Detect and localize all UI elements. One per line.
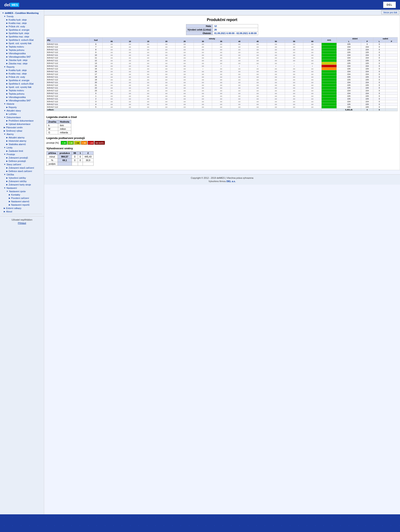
min-data-cell: žžž (267, 68, 285, 70)
sidebar-item-vibrodiag[interactable]: ▶ Vibrodiagnostika (0, 52, 44, 55)
hod-cell: 11 (89, 57, 103, 59)
arrow-akt-stavy: ▼ (4, 110, 6, 112)
print-button[interactable]: Verze pro tisk (381, 11, 399, 14)
bad-l-cell: 0 (373, 46, 386, 48)
sidebar-item-spoteba-hydr[interactable]: ▶ Spotřeba hydr. oleje (0, 32, 44, 35)
min-data-cell: žžž (285, 100, 303, 103)
sidebar-item-limity[interactable]: ▼ Limity (0, 146, 44, 149)
login-link[interactable]: Přihlásit (18, 222, 26, 224)
min-data-cell: žžž (303, 100, 322, 103)
sidebar-item-rep-spoteba-el[interactable]: ▶ Spotřeba el. energie (0, 79, 44, 82)
sidebar-item-zobr-stavu[interactable]: ▶ Zobrazení stavů zařízení (0, 166, 44, 170)
sidebar-item-spott-vzd[interactable]: ▶ Spott. vzd. vysoký tlak (0, 42, 44, 45)
sidebar-item-rep-spott-vzd[interactable]: ▶ Spott. vzd. vysoký tlak (0, 85, 44, 89)
obdobi-value: 01.09.2021 6:00:00 - 02.09.2021 6:00:00 (213, 32, 258, 35)
sidebar-item-dokumentace[interactable]: ▼ Dokumentace (0, 116, 44, 119)
sidebar-item-nast-zprav[interactable]: ▼ Nastavení zpráv (0, 190, 44, 193)
sidebar-item-zasoba-hydr[interactable]: ▶ Zásoba hydr. oleje (0, 58, 44, 62)
sidebar-item-rep-kval-hydr[interactable]: ▶ Kvalita hydr. oleje (0, 69, 44, 72)
sidebar-item-zobr-karty[interactable]: ▶ Zobrazení karty stroje (0, 183, 44, 186)
th-min-40: 40 (230, 40, 249, 43)
label-prohl-dok: Prohlížení dokumentace (9, 120, 34, 122)
sidebar-item-rep-vibrodiag[interactable]: ▶ Vibrodiagnostika (0, 95, 44, 99)
sidebar-item-rep-teplota-mot[interactable]: ▶ Teplota motoru (0, 89, 44, 92)
label-trendy: Trendy (6, 15, 14, 18)
del-link[interactable]: DEL a.s. (227, 180, 236, 183)
sidebar-item-vibrodiag-skf[interactable]: ▶ Vibrodiagnostika SKF (0, 55, 44, 58)
sidebar-item-delmes[interactable]: ▼ delMES - Condition Monitoring (0, 11, 44, 15)
sidebar-item-nast-alarmu[interactable]: ▶ Nastavení alarmů (0, 200, 44, 203)
min-data-cell: žžž (285, 89, 303, 92)
sidebar-item-hist-reporty[interactable]: ▶ Reporty (0, 106, 44, 109)
sidebar-item-stat-alarmu[interactable]: ▶ Statistika alarmů (0, 143, 44, 146)
sidebar-item-zasoba-maz[interactable]: ▶ Zásoba maz. oleje (0, 62, 44, 65)
sidebar-item-prohl-dok[interactable]: ▶ Prohlížení dokumentace (0, 119, 44, 122)
min-data-cell: žžž (157, 78, 175, 81)
sidebar-item-akt-alarmy[interactable]: ▶ Aktuální alarmy (0, 136, 44, 139)
min-data-cell: žžž (121, 92, 139, 95)
sidebar-item-rep-teplota-poh[interactable]: ▶ Teplota pohonu (0, 92, 44, 95)
hod-cell: 7 (89, 46, 103, 48)
sidebar-item-nast-reportu[interactable]: ▶ Nastavení reportů (0, 203, 44, 207)
sidebar-item-rep-prutok[interactable]: ▶ Průtok chl. vody (0, 75, 44, 79)
sidebar-item-teplota-mot[interactable]: ▶ Teplota motoru (0, 45, 44, 48)
sidebar-item-spoteba-el[interactable]: ▶ Spotřeba el. energie (0, 28, 44, 32)
hodnota-cell: miliarda (58, 131, 71, 134)
min-data-cell: žžž (121, 59, 139, 62)
sidebar-item-rep-vibrodiag-skf[interactable]: ▶ Vibrodiagnostika SKF (0, 99, 44, 102)
sidebar-item-rep-kval-maz[interactable]: ▶ Kvalita maz. oleje (0, 72, 44, 75)
sidebar-item-spoteba-maz[interactable]: ▶ Spotřeba maz. oleje (0, 35, 44, 38)
min-data-cell: žžž (212, 62, 230, 65)
min-data-cell: žžž (249, 92, 267, 95)
sidebar-item-def-stavu[interactable]: ▶ Definice stavů zařízení (0, 170, 44, 173)
sidebar-item-rep-spoteba-tl[interactable]: ▶ Spotřeba tl. vzduch.0ůat (0, 82, 44, 85)
eval-label: % (47, 158, 58, 162)
sidebar-divider (2, 214, 42, 214)
arrow-about: ▶ (4, 210, 5, 213)
arrow-rep-prutok: ▶ (6, 76, 8, 78)
min-data-cell: žžž (230, 98, 249, 100)
sidebar-item-loziska[interactable]: ▶ Ložiska (0, 112, 44, 116)
sidebar-item-nastaveni[interactable]: ▼ Nastavení (0, 186, 44, 190)
min-data-cell: žžž (194, 87, 212, 89)
sidebar-item-zobr-udrzby[interactable]: ▶ Zobrazení údržby (0, 180, 44, 183)
created-by-label: Vytvořeno firmou (208, 180, 226, 183)
sidebar-item-spoteba-tl[interactable]: ▶ Spotřeba tl. vzduch.0ůat (0, 38, 44, 42)
sidebar-item-kval-hydr[interactable]: ▶ Kvalita hydr. oleje (0, 18, 44, 21)
eval-label: minut (47, 155, 58, 158)
min-data-cell: žžž (194, 76, 212, 78)
sidebar-item-historie[interactable]: ▼ Historie (0, 102, 44, 106)
sidebar-item-about[interactable]: ▶ About (0, 210, 44, 213)
sidebar-item-def-prostoju[interactable]: ▶ Definice prostojů (0, 159, 44, 163)
sidebar-item-akt-stavy[interactable]: ▼ Aktuální stavy (0, 109, 44, 112)
min-data-cell: žžž (303, 68, 322, 70)
sidebar-item-teplota-poh[interactable]: ▶ Teplota pohonu (0, 48, 44, 52)
sidebar-item-zadavani-limit[interactable]: ▶ Zadávání limit (0, 149, 44, 153)
table-row: 6V9-617-1121žžžžžžžžžžžžžžžžžžžžžžžžžžžž… (47, 95, 398, 98)
sidebar-item-alarmy[interactable]: ▼ Alarmy (0, 133, 44, 136)
min-data-cell: žžž (157, 57, 175, 59)
sidebar-item-kontakty[interactable]: ▶ Kontakty (0, 193, 44, 196)
sidebar-item-plan-smen[interactable]: ▶ Plánování směn (0, 126, 44, 129)
sidebar-item-prutok-chl[interactable]: ▶ Průtok chl. vody (0, 25, 44, 28)
sidebar-item-reporty[interactable]: ▼ Reporty (0, 65, 44, 69)
sidebar-item-upload-dok[interactable]: ▶ Upload dokumentace (0, 122, 44, 126)
sidebar-item-trendy[interactable]: ▼ Trendy (0, 15, 44, 18)
bad-p-cell (386, 43, 398, 46)
sidebar-item-hist-alarmy[interactable]: ▶ Historické alarmy (0, 139, 44, 143)
min-data-cell: žžž (249, 81, 267, 84)
arrow-upload-dok: ▶ (6, 123, 8, 125)
min-data-cell: žžž (267, 54, 285, 57)
sidebar-item-vytv-udrzby[interactable]: ▶ Vytvoření údržby (0, 176, 44, 180)
sidebar-item-pov-zarizeni[interactable]: ▶ Povolení zařízení (0, 196, 44, 200)
good-l-cell: 225 (337, 103, 361, 106)
sidebar-item-kval-maz[interactable]: ▶ Kvalita maz. oleje (0, 21, 44, 25)
sidebar-item-ext-odkazy[interactable]: ▶ Externí odkazy (0, 207, 44, 210)
sidebar-item-smenovy-vykaz[interactable]: ▶ Směnový výkaz (0, 129, 44, 133)
th-dobre: dobré (337, 38, 373, 40)
sidebar-item-prostoje[interactable]: ▼ Prostoje (0, 153, 44, 156)
sidebar-item-udrzba[interactable]: ▼ Údržba (0, 173, 44, 176)
sidebar-item-stavy-zarizeni[interactable]: ▼ Stavy zařízení (0, 163, 44, 166)
min-data-cell: žžž (175, 68, 194, 70)
sidebar-item-zobr-prostoju[interactable]: ▶ Zobrazení prostojů (0, 156, 44, 159)
